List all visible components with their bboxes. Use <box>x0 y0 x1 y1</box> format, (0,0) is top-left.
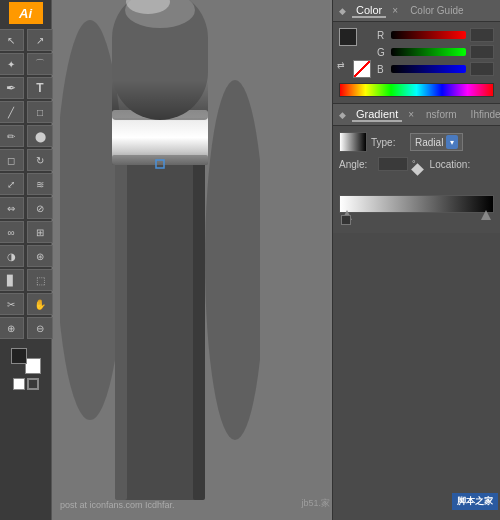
eyedropper-tool[interactable]: ⊘ <box>27 197 53 219</box>
graph-artboard-tools: ▊ ⬚ <box>0 268 54 292</box>
r-value[interactable] <box>470 28 494 42</box>
pathfinder-tab[interactable]: Ihfinder <box>467 109 500 120</box>
watermark-text: post at iconfans.com Icdhfar. <box>60 500 175 510</box>
swap-colors-icon[interactable]: ⇄ <box>337 60 345 70</box>
gradient-collapse-icon[interactable]: ◆ <box>339 110 346 120</box>
svg-rect-2 <box>115 120 205 500</box>
color-controls: ⇄ R G <box>339 28 494 79</box>
hand-tool[interactable]: ✋ <box>27 293 53 315</box>
fill-stroke-modes <box>13 378 39 390</box>
color-panel-body: ⇄ R G <box>333 22 500 103</box>
g-slider[interactable] <box>391 48 466 56</box>
gradient-preview[interactable] <box>339 132 367 152</box>
zoom-tool[interactable]: ⊕ <box>0 317 24 339</box>
g-channel: G <box>377 45 494 59</box>
type-dropdown[interactable]: Radial ▾ <box>410 133 463 151</box>
slice-hand-tools: ✂ ✋ <box>0 292 54 316</box>
r-channel: R <box>377 28 494 42</box>
type-label: Type: <box>371 137 406 148</box>
zoom-tools: ⊕ ⊖ <box>0 316 54 340</box>
gradient-tab[interactable]: Gradient <box>352 108 402 122</box>
eraser-rotate-tools: ◻ ↻ <box>0 148 54 172</box>
graph-tool[interactable]: ▊ <box>0 269 24 291</box>
stop-black[interactable] <box>341 215 351 225</box>
bolt-illustration <box>60 0 260 520</box>
blend-mesh-tools: ∞ ⊞ <box>0 220 54 244</box>
gradient-panel-header: ◆ Gradient × nsform Ihfinder <box>333 104 500 126</box>
fg-swatch-panel[interactable] <box>339 28 357 46</box>
color-panel: ◆ Color × Color Guide ⇄ <box>333 0 500 104</box>
paintbrush-tool[interactable]: ✏ <box>0 125 24 147</box>
app-logo: Ai <box>9 2 43 24</box>
gradient-bar-container <box>339 179 494 227</box>
rect-tool[interactable]: □ <box>27 101 53 123</box>
width-eyedropper-tools: ⇔ ⊘ <box>0 196 54 220</box>
svg-rect-4 <box>193 120 205 500</box>
color-tab[interactable]: Color <box>352 4 386 18</box>
pen-tool[interactable]: ✒ <box>0 77 24 99</box>
b-slider[interactable] <box>391 65 466 73</box>
bg-color-swatch[interactable] <box>25 358 41 374</box>
toolbar: Ai ↖ ↗ ✦ ⌒ ✒ T ╱ □ ✏ ⬤ ◻ ↻ ⤢ ≋ <box>0 0 52 520</box>
gradient-close-icon[interactable]: × <box>408 109 414 120</box>
dropdown-arrow-icon[interactable]: ▾ <box>446 135 458 149</box>
gradient-symbol-tools: ◑ ⊛ <box>0 244 54 268</box>
select-tool[interactable]: ↖ <box>0 29 24 51</box>
r-label: R <box>377 30 387 41</box>
gradient-tool[interactable]: ◑ <box>0 245 24 267</box>
scale-tool[interactable]: ⤢ <box>0 173 24 195</box>
bg-swatch-panel[interactable] <box>353 60 371 78</box>
b-label: B <box>377 64 387 75</box>
b-value[interactable] <box>470 62 494 76</box>
rotate-tool[interactable]: ↻ <box>27 149 53 171</box>
line-tool[interactable]: ╱ <box>0 101 24 123</box>
angle-input[interactable] <box>378 157 408 171</box>
location-label: Location: <box>430 159 471 170</box>
fg-color-swatch[interactable] <box>11 348 27 364</box>
gradient-panel-body: Type: Radial ▾ Angle: ° Location: <box>333 126 500 233</box>
color-swatches-toolbar <box>9 346 43 376</box>
type-dropdown-value: Radial <box>415 137 443 148</box>
svg-rect-3 <box>115 120 127 500</box>
brush-tools: ✏ ⬤ <box>0 124 54 148</box>
zoom-tool-2[interactable]: ⊖ <box>27 317 53 339</box>
svg-point-1 <box>205 80 260 440</box>
svg-rect-11 <box>112 80 208 120</box>
eraser-tool[interactable]: ◻ <box>0 149 24 171</box>
color-panel-header: ◆ Color × Color Guide <box>333 0 500 22</box>
g-label: G <box>377 47 387 58</box>
panels-area: ◆ Color × Color Guide ⇄ <box>332 0 500 520</box>
pen-type-tools: ✒ T <box>0 76 54 100</box>
symbol-tool[interactable]: ⊛ <box>27 245 53 267</box>
width-tool[interactable]: ⇔ <box>0 197 24 219</box>
direct-select-tool[interactable]: ↗ <box>27 29 53 51</box>
angle-label: Angle: <box>339 159 374 170</box>
bottom-brand: 脚本之家 <box>452 493 498 510</box>
color-guide-tab[interactable]: Color Guide <box>406 5 467 16</box>
magic-wand-tool[interactable]: ✦ <box>0 53 24 75</box>
transform-tab[interactable]: nsform <box>422 109 461 120</box>
lasso-tool[interactable]: ⌒ <box>27 53 53 75</box>
line-shape-tools: ╱ □ <box>0 100 54 124</box>
site-logo: jb51.家 <box>301 497 330 510</box>
color-spectrum[interactable] <box>339 83 494 97</box>
fill-mode[interactable] <box>13 378 25 390</box>
canvas-area: Ai ↖ ↗ ✦ ⌒ ✒ T ╱ □ ✏ ⬤ ◻ ↻ ⤢ ≋ <box>0 0 500 520</box>
blend-tool[interactable]: ∞ <box>0 221 24 243</box>
collapse-icon[interactable]: ◆ <box>339 6 346 16</box>
artboard-tool[interactable]: ⬚ <box>27 269 53 291</box>
gradient-stops-bottom <box>339 213 494 227</box>
wand-lasso-tools: ✦ ⌒ <box>0 52 54 76</box>
type-tool[interactable]: T <box>27 77 53 99</box>
gradient-type-row: Type: Radial ▾ <box>339 132 494 152</box>
g-value[interactable] <box>470 45 494 59</box>
color-close-icon[interactable]: × <box>392 5 398 16</box>
warp-tool[interactable]: ≋ <box>27 173 53 195</box>
select-tools: ↖ ↗ <box>0 28 54 52</box>
gradient-bar[interactable] <box>339 195 494 213</box>
mesh-tool[interactable]: ⊞ <box>27 221 53 243</box>
r-slider[interactable] <box>391 31 466 39</box>
slice-tool[interactable]: ✂ <box>0 293 24 315</box>
stroke-mode[interactable] <box>27 378 39 390</box>
blob-brush-tool[interactable]: ⬤ <box>27 125 53 147</box>
